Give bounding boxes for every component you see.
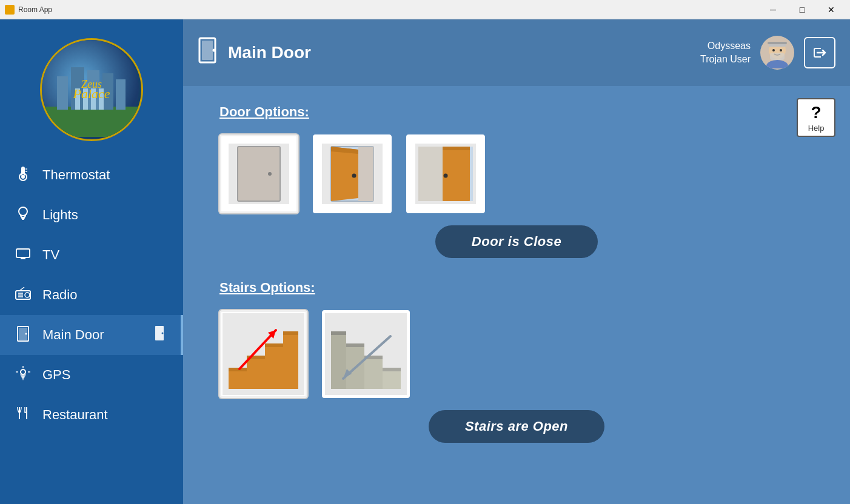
sidebar-item-tv-label: TV	[42, 247, 59, 263]
sidebar-item-main-door[interactable]: Main Door	[0, 315, 183, 355]
close-button[interactable]: ✕	[817, 0, 845, 19]
app-container: Zeus Palace Thermostat	[0, 19, 850, 504]
lights-icon	[15, 205, 32, 225]
help-button[interactable]: ? Help	[797, 98, 835, 137]
app-title: Room App	[18, 5, 52, 14]
stairs-options-section: Stairs Options:	[219, 280, 814, 443]
sidebar-item-restaurant[interactable]: Restaurant	[0, 395, 183, 435]
svg-point-51	[268, 172, 272, 176]
svg-rect-46	[770, 53, 785, 60]
radio-icon	[15, 285, 32, 305]
user-name: Odysseas	[700, 39, 751, 53]
svg-point-44	[772, 49, 775, 51]
gps-icon	[15, 365, 32, 385]
maximize-button[interactable]: □	[788, 0, 816, 19]
door-open-option[interactable]	[406, 134, 485, 213]
content-area: ? Help Door Options:	[183, 86, 850, 504]
svg-point-30	[25, 333, 27, 335]
svg-rect-66	[247, 356, 265, 389]
svg-point-24	[25, 293, 30, 297]
svg-rect-71	[265, 343, 283, 347]
door-half-open-option[interactable]	[313, 134, 392, 213]
svg-rect-18	[21, 217, 25, 219]
main-door-icon	[15, 325, 32, 345]
help-label: Help	[808, 124, 825, 133]
sidebar-item-thermostat-label: Thermostat	[42, 167, 110, 183]
main-content: Main Door Odysseas Trojan User	[183, 19, 850, 504]
svg-rect-72	[283, 331, 298, 335]
svg-rect-57	[358, 147, 373, 201]
sidebar-item-tv[interactable]: TV	[0, 235, 183, 275]
logout-button[interactable]	[804, 37, 835, 68]
sidebar-item-gps[interactable]: GPS	[0, 355, 183, 395]
svg-rect-14	[22, 168, 24, 174]
sidebar-item-radio-label: Radio	[42, 287, 77, 303]
door-options-section: Door Options:	[219, 104, 814, 258]
svg-rect-19	[22, 219, 24, 220]
door-options-title: Door Options:	[219, 104, 814, 120]
sidebar-item-main-door-label: Main Door	[42, 327, 104, 343]
svg-point-45	[780, 49, 782, 51]
svg-point-32	[162, 333, 164, 334]
svg-point-39	[213, 49, 216, 52]
door-status-button[interactable]: Door is Close	[435, 225, 598, 258]
sidebar: Zeus Palace Thermostat	[0, 19, 183, 504]
thermostat-icon	[15, 165, 32, 185]
logo: Zeus Palace	[37, 29, 146, 150]
svg-point-62	[444, 174, 448, 178]
svg-rect-69	[229, 368, 247, 371]
door-closed-option[interactable]	[219, 134, 298, 213]
door-options-row	[219, 134, 814, 213]
stairs-up-option[interactable]	[219, 310, 307, 398]
user-info: Odysseas Trojan User	[700, 39, 751, 67]
sidebar-item-radio[interactable]: Radio	[0, 275, 183, 315]
sidebar-item-thermostat[interactable]: Thermostat	[0, 155, 183, 195]
stairs-status-button[interactable]: Stairs are Open	[429, 410, 604, 443]
user-avatar	[760, 36, 794, 70]
header-title: Main Door	[228, 43, 311, 62]
nav-items: Thermostat Lights	[0, 155, 183, 435]
sidebar-item-restaurant-label: Restaurant	[42, 407, 108, 423]
svg-rect-6	[116, 79, 125, 110]
tv-icon	[15, 245, 32, 265]
svg-rect-76	[331, 331, 346, 389]
titlebar: Room App ─ □ ✕	[0, 0, 850, 19]
svg-rect-81	[346, 343, 364, 347]
restaurant-icon	[15, 405, 32, 425]
sidebar-item-lights[interactable]: Lights	[0, 195, 183, 235]
stairs-options-title: Stairs Options:	[219, 280, 814, 296]
svg-point-33	[21, 370, 25, 374]
svg-rect-1	[42, 107, 139, 137]
logo-circle: Zeus Palace	[40, 38, 143, 141]
app-icon	[5, 5, 15, 15]
svg-rect-61	[443, 147, 470, 150]
main-door-sidebar-icon	[154, 325, 166, 345]
help-question-mark: ?	[811, 103, 821, 122]
svg-rect-68	[283, 331, 298, 389]
svg-rect-67	[265, 343, 283, 389]
minimize-button[interactable]: ─	[759, 0, 787, 19]
sidebar-item-lights-label: Lights	[42, 207, 78, 223]
svg-rect-83	[383, 368, 401, 371]
stairs-options-row	[219, 310, 814, 398]
svg-rect-43	[768, 42, 787, 44]
svg-point-17	[19, 207, 27, 216]
header-door-icon	[198, 37, 219, 68]
svg-rect-80	[331, 331, 346, 335]
svg-rect-38	[202, 41, 213, 60]
sidebar-item-gps-label: GPS	[42, 367, 70, 383]
stairs-down-option[interactable]	[322, 310, 410, 398]
header: Main Door Odysseas Trojan User	[183, 19, 850, 86]
svg-rect-63	[418, 147, 443, 201]
user-role: Trojan User	[700, 53, 751, 66]
svg-rect-2	[57, 76, 68, 110]
svg-rect-20	[16, 249, 30, 257]
svg-rect-78	[364, 356, 383, 389]
svg-point-56	[352, 174, 356, 178]
